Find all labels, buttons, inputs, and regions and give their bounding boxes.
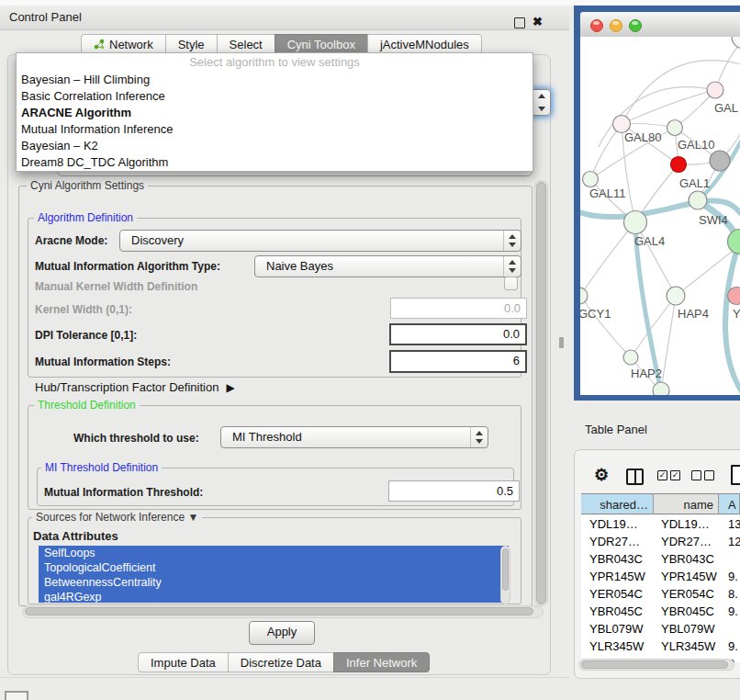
settings-horizontal-scrollbar[interactable] — [22, 605, 544, 618]
node-hap4[interactable] — [667, 287, 685, 305]
attribute-item[interactable]: BetweennessCentrality — [39, 575, 509, 590]
hub-definition-label: Hub/Transcription Factor Definition — [35, 380, 219, 394]
hub-definition-expander[interactable]: Hub/Transcription Factor Definition▶ — [35, 380, 235, 394]
table-row[interactable]: YBR045CYBR045C9. — [581, 603, 740, 620]
combo-arrows-icon — [470, 427, 488, 447]
sources-title: Sources for Network Inference — [36, 511, 185, 524]
table-cell: 8. — [719, 585, 740, 603]
algorithm-option[interactable]: Bayesian – K2 — [17, 138, 533, 154]
collapse-down-icon: ▼ — [187, 511, 198, 524]
column-header-partial[interactable]: A — [719, 493, 740, 514]
node[interactable] — [707, 82, 723, 98]
which-threshold-combobox[interactable]: MI Threshold — [220, 426, 488, 448]
dropdown-placeholder: Select algorithm to view settings — [17, 53, 533, 72]
gear-icon[interactable]: ⚙ — [594, 465, 609, 485]
node[interactable] — [653, 382, 669, 395]
svg-text:HAP2: HAP2 — [631, 367, 662, 380]
mi-threshold-field[interactable]: 0.5 — [388, 480, 520, 502]
network-canvas[interactable]: GAL GAL80 GAL10 GAL1 GAL11 SWI4 GAL4 GCY… — [580, 37, 740, 395]
network-node-labels: GAL GAL80 GAL10 GAL1 GAL11 SWI4 GAL4 GCY… — [580, 101, 740, 380]
tab-impute-data[interactable]: Impute Data — [138, 652, 229, 672]
node-gal10[interactable] — [667, 120, 683, 136]
algorithm-option[interactable]: Mutual Information Inference — [17, 121, 533, 138]
table-body[interactable]: YDL19…YDL19…13YDR27…YDR27…12YBR043CYBR04… — [581, 515, 740, 662]
document-icon[interactable] — [731, 465, 740, 485]
table-row[interactable]: YBL079WYBL079W — [581, 620, 740, 638]
checked-checkbox-icon[interactable]: ✓ — [670, 470, 680, 480]
table-row[interactable]: YER054CYER054C8. — [581, 585, 740, 603]
algorithm-dropdown-popup: Select algorithm to view settings Bayesi… — [16, 52, 533, 172]
data-attributes-list[interactable]: SelfLoopsTopologicalCoefficientBetweenne… — [39, 546, 509, 603]
column-header-shared-name[interactable]: shared… — [581, 493, 654, 514]
table-cell: YDL19… — [654, 515, 719, 533]
checked-checkbox-icon[interactable]: ✓ — [657, 470, 667, 480]
apply-button[interactable]: Apply — [249, 621, 315, 645]
node-swi4[interactable] — [689, 191, 707, 209]
dpi-tolerance-field[interactable]: 0.0 — [389, 323, 527, 345]
attribute-item[interactable]: TopologicalCoefficient — [39, 560, 509, 575]
table-row[interactable]: YPR145WYPR145W9. — [581, 568, 740, 585]
tab-discretize-data[interactable]: Discretize Data — [228, 652, 334, 672]
table-cell: YLR345W — [654, 638, 719, 655]
node-gal11[interactable] — [583, 172, 599, 187]
columns-icon[interactable] — [626, 469, 644, 485]
table-row[interactable]: YLR345WYLR345W9. — [581, 638, 740, 655]
kernel-width-field[interactable]: 0.0 — [390, 298, 527, 319]
tab-infer-network[interactable]: Infer Network — [333, 652, 430, 672]
mi-algorithm-type-combobox[interactable]: Naive Bayes — [254, 255, 521, 277]
node-gcy1[interactable] — [580, 288, 588, 304]
table-cell: YBL079W — [581, 620, 654, 638]
network-view-titlebar[interactable] — [580, 12, 740, 38]
aracne-mode-label: Aracne Mode: — [35, 234, 107, 247]
unchecked-checkbox-icon[interactable] — [704, 470, 714, 480]
node-hap2[interactable] — [623, 350, 638, 365]
manual-kernel-width-checkbox[interactable] — [504, 277, 518, 290]
table-cell: 9. — [719, 568, 740, 585]
combo-arrows-icon — [503, 231, 521, 251]
tab-select[interactable]: Select — [217, 34, 275, 54]
table-cell: YBL079W — [654, 620, 719, 638]
algorithm-option[interactable]: ARACNE Algorithm — [17, 105, 533, 121]
node-salmon[interactable] — [728, 288, 740, 305]
float-panel-icon[interactable] — [514, 17, 525, 28]
tab-cyni-toolbox[interactable]: Cyni Toolbox — [275, 34, 368, 54]
table-row[interactable]: YDR27…YDR27…12 — [581, 533, 740, 550]
table-horizontal-scrollbar[interactable] — [578, 659, 734, 671]
which-threshold-label: Which threshold to use: — [73, 432, 199, 445]
algorithm-option[interactable]: Bayesian – Hill Climbing — [17, 72, 533, 88]
table-cell: YBR045C — [654, 603, 719, 620]
table-row[interactable]: YBR043CYBR043C — [581, 550, 740, 568]
minimize-traffic-light[interactable] — [610, 19, 622, 32]
close-traffic-light[interactable] — [590, 19, 603, 32]
table-cell: YPR145W — [581, 568, 654, 585]
attribute-item[interactable]: gal4RGexp — [39, 590, 509, 603]
node-gal1[interactable] — [671, 157, 687, 173]
column-header-name[interactable]: name — [654, 493, 719, 514]
mi-steps-field[interactable]: 6 — [389, 350, 527, 373]
tab-network[interactable]: Network — [81, 34, 166, 54]
unchecked-checkbox-icon[interactable] — [691, 470, 701, 480]
algorithm-option[interactable]: Dream8 DC_TDC Algorithm — [17, 154, 533, 171]
tab-style[interactable]: Style — [165, 34, 218, 54]
aracne-mode-combobox[interactable]: Discovery — [119, 230, 521, 252]
node[interactable] — [728, 230, 740, 254]
settings-vertical-scrollbar[interactable] — [534, 180, 548, 606]
tab-label: Cyni Toolbox — [287, 38, 355, 51]
node-gal4[interactable] — [624, 211, 647, 234]
tab-jactivemnodules[interactable]: jActiveMNodules — [367, 34, 482, 54]
node-gray[interactable] — [710, 151, 730, 171]
combo-arrows-icon — [533, 90, 550, 115]
algorithm-option[interactable]: Basic Correlation Inference — [17, 88, 533, 105]
tab-label: Select — [230, 38, 263, 51]
group-title: Cyni Algorithm Settings — [27, 179, 148, 192]
minimized-panel-icon[interactable] — [5, 691, 28, 700]
attributes-scrollbar[interactable] — [500, 546, 510, 604]
sources-expander[interactable]: Sources for Network Inference ▼ — [32, 511, 202, 524]
table-cell — [719, 620, 740, 638]
panel-divider-grip[interactable] — [559, 337, 564, 348]
attribute-item[interactable]: SelfLoops — [39, 546, 509, 560]
table-row[interactable]: YDL19…YDL19…13 — [581, 515, 740, 533]
zoom-traffic-light[interactable] — [629, 19, 642, 32]
close-icon[interactable]: ✖ — [533, 10, 543, 34]
node[interactable] — [732, 37, 740, 49]
